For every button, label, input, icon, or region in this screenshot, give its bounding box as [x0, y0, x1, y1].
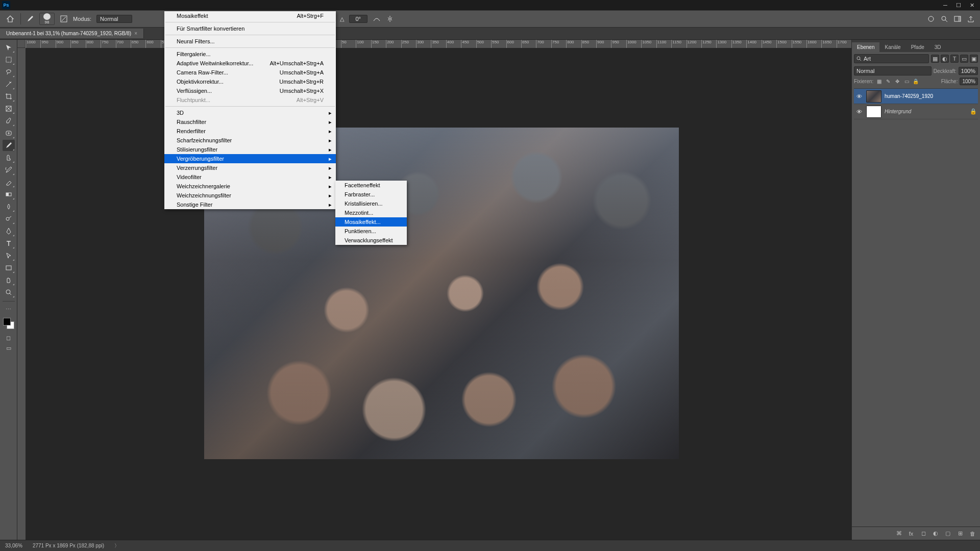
menu-item-filtergalerie-[interactable]: Filtergalerie... — [164, 49, 336, 59]
submenu-item-facetteneffekt[interactable]: Facetteneffekt — [335, 181, 407, 190]
lock-artboard-icon[interactable]: ▭ — [903, 78, 910, 85]
hand-tool[interactable] — [3, 274, 15, 286]
eraser-tool[interactable] — [3, 177, 15, 188]
menu-item-3d[interactable]: 3D▸ — [164, 108, 336, 117]
healing-tool[interactable] — [3, 128, 15, 139]
filter-type-icon[interactable]: T — [950, 55, 959, 63]
fill-value[interactable]: 100% — [960, 78, 978, 85]
menu-item-stilisierungsfilter[interactable]: Stilisierungsfilter▸ — [164, 145, 336, 154]
link-layers-icon[interactable]: ⌘ — [895, 530, 902, 537]
ruler-origin[interactable] — [17, 40, 26, 48]
close-button[interactable]: ✕ — [969, 2, 975, 8]
gradient-tool[interactable] — [3, 189, 15, 200]
menu-item-verfl-ssigen-[interactable]: Verflüssigen...Umschalt+Strg+X — [164, 86, 336, 95]
symmetry-icon[interactable] — [386, 15, 394, 23]
layer-row[interactable]: 👁Hintergrund🔒 — [854, 104, 978, 119]
minimize-button[interactable]: ─ — [942, 2, 948, 8]
zoom-tool[interactable] — [3, 287, 15, 298]
screen-mode-icon[interactable]: ▭ — [4, 343, 14, 353]
move-tool[interactable] — [3, 42, 15, 53]
layer-style-icon[interactable]: fx — [908, 530, 915, 537]
fg-color[interactable] — [3, 318, 11, 325]
layer-thumbnail[interactable] — [866, 106, 881, 118]
doc-info[interactable]: 2771 Px x 1869 Px (182,88 ppi) — [33, 543, 104, 548]
brush-tool-icon[interactable] — [26, 15, 34, 23]
menu-item-vergr-berungsfilter[interactable]: Vergröberungsfilter▸ — [164, 154, 336, 163]
close-tab-icon[interactable]: × — [134, 31, 137, 36]
lock-pixels-icon[interactable]: ✎ — [885, 78, 892, 85]
menu-item-renderfilter[interactable]: Renderfilter▸ — [164, 127, 336, 136]
adjustment-layer-icon[interactable]: ◐ — [932, 530, 939, 537]
search-icon[interactable] — [940, 15, 948, 23]
layer-blend-mode[interactable]: Normal — [854, 66, 932, 76]
visibility-icon[interactable]: 👁 — [855, 93, 863, 99]
history-brush-tool[interactable] — [3, 164, 15, 176]
menu-item-verzerrungsfilter[interactable]: Verzerrungsfilter▸ — [164, 163, 336, 172]
menu-item-objektivkorrektur-[interactable]: Objektivkorrektur...Umschalt+Strg+R — [164, 77, 336, 86]
panel-tab-kanäle[interactable]: Kanäle — [879, 42, 905, 52]
share-icon[interactable] — [967, 15, 975, 23]
frame-tool[interactable] — [3, 103, 15, 114]
blend-mode-select[interactable]: Normal — [96, 15, 132, 23]
wand-tool[interactable] — [3, 79, 15, 90]
submenu-item-mosaikeffekt-[interactable]: Mosaikeffekt... — [335, 217, 407, 227]
path-select-tool[interactable] — [3, 250, 15, 261]
lock-transparent-icon[interactable]: ▦ — [875, 78, 883, 85]
pressure-opacity-icon[interactable] — [373, 15, 381, 23]
menu-item-weichzeichnergalerie[interactable]: Weichzeichnergalerie▸ — [164, 182, 336, 191]
filter-shape-icon[interactable]: ▭ — [960, 55, 968, 63]
blur-tool[interactable] — [3, 201, 15, 212]
opacity-value[interactable]: 100% — [959, 67, 978, 75]
layer-filter-type[interactable]: Art — [854, 54, 929, 63]
type-tool[interactable] — [3, 238, 15, 249]
menu-item-neural-filters-[interactable]: Neural Filters... — [164, 37, 336, 46]
brush-settings-icon[interactable] — [60, 15, 68, 23]
delete-layer-icon[interactable]: 🗑 — [969, 530, 976, 537]
panel-tab-pfade[interactable]: Pfade — [906, 42, 929, 52]
menu-item-weichzeichnungsfilter[interactable]: Weichzeichnungsfilter▸ — [164, 191, 336, 200]
cloud-docs-icon[interactable] — [927, 15, 935, 23]
maximize-button[interactable]: ☐ — [955, 2, 962, 8]
new-layer-icon[interactable]: ⊞ — [957, 530, 964, 537]
quick-mask-icon[interactable]: ◻ — [4, 333, 14, 342]
dodge-tool[interactable] — [3, 213, 15, 224]
submenu-item-mezzotint-[interactable]: Mezzotint... — [335, 208, 407, 217]
layer-thumbnail[interactable] — [866, 90, 881, 103]
color-swatch[interactable] — [3, 318, 14, 329]
submenu-item-verwacklungseffekt[interactable]: Verwacklungseffekt — [335, 236, 407, 245]
layer-name[interactable]: Hintergrund — [885, 109, 967, 114]
marquee-tool[interactable] — [3, 54, 15, 65]
layer-mask-icon[interactable]: ◻ — [920, 530, 927, 537]
filter-pixel-icon[interactable]: ▦ — [931, 55, 939, 63]
panel-tab-3d[interactable]: 3D — [929, 42, 946, 52]
submenu-item-punktieren-[interactable]: Punktieren... — [335, 227, 407, 236]
brush-preset-picker[interactable]: 98 — [39, 13, 55, 25]
menu-item-camera-raw-filter-[interactable]: Camera Raw-Filter...Umschalt+Strg+A — [164, 68, 336, 77]
menu-item-adaptive-weitwinkelkorrektur-[interactable]: Adaptive Weitwinkelkorrektur...Alt+Umsch… — [164, 59, 336, 68]
visibility-icon[interactable]: 👁 — [855, 109, 863, 115]
brush-tool[interactable] — [3, 140, 15, 151]
ruler-vertical[interactable] — [17, 48, 26, 540]
layer-name[interactable]: human-740259_1920 — [885, 93, 977, 99]
group-icon[interactable]: ▢ — [944, 530, 951, 537]
document-tab[interactable]: Unbenannt-1 bei 33,1% (human-740259_1920… — [0, 29, 144, 38]
menu-item-fluchtpunkt-[interactable]: Fluchtpunkt...Alt+Strg+V — [164, 95, 336, 105]
lock-all-icon[interactable]: 🔒 — [912, 78, 919, 85]
home-icon[interactable] — [5, 14, 15, 24]
lock-position-icon[interactable]: ✥ — [894, 78, 901, 85]
lasso-tool[interactable] — [3, 66, 15, 78]
menu-item-sonstige-filter[interactable]: Sonstige Filter▸ — [164, 200, 336, 209]
filter-adjust-icon[interactable]: ◐ — [941, 55, 949, 63]
pen-tool[interactable] — [3, 226, 15, 237]
ruler-horizontal[interactable]: 1000950900850800750700650600550500450400… — [26, 40, 851, 48]
angle-value[interactable]: 0° — [349, 15, 368, 23]
menu-item-mosaikeffekt[interactable]: MosaikeffektAlt+Strg+F — [164, 11, 336, 20]
doc-info-chevron[interactable]: 〉 — [114, 542, 119, 549]
submenu-item-farbraster-[interactable]: Farbraster... — [335, 190, 407, 199]
submenu-item-kristallisieren-[interactable]: Kristallisieren... — [335, 199, 407, 208]
menu-item-f-r-smartfilter-konvertieren[interactable]: Für Smartfilter konvertieren — [164, 24, 336, 33]
layer-row[interactable]: 👁human-740259_1920 — [854, 89, 978, 104]
filter-smart-icon[interactable]: ▣ — [970, 55, 978, 63]
zoom-level[interactable]: 33,06% — [5, 543, 22, 548]
workspace-icon[interactable] — [953, 15, 962, 23]
